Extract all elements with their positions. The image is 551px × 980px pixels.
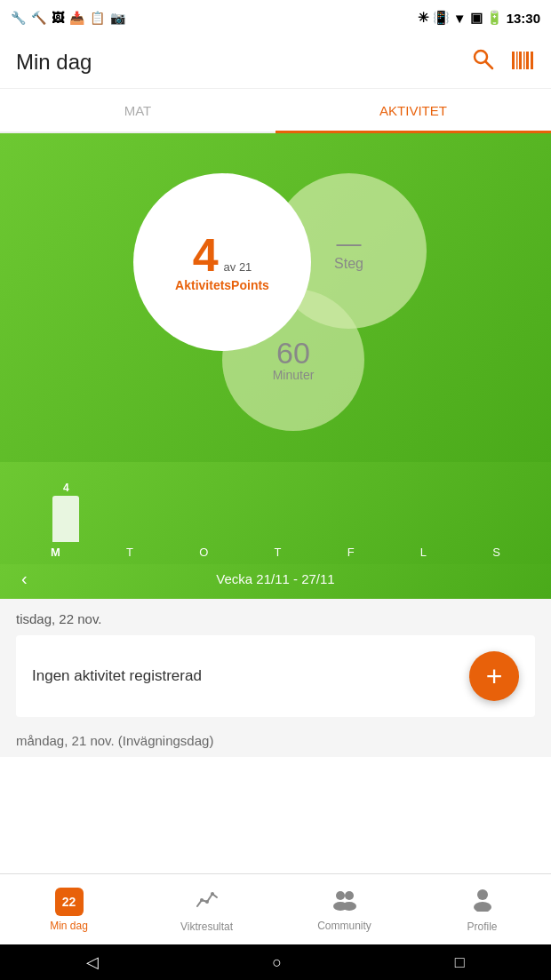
week-nav: ‹ Vecka 21/11 - 27/11 (0, 564, 551, 599)
vibrate-icon: 📳 (433, 10, 450, 26)
aktivitetspoints-av: av 21 (224, 260, 252, 274)
wrench-icon: 🔧 (11, 11, 26, 25)
tab-aktivitet[interactable]: AKTIVITET (276, 89, 551, 131)
bottom-nav: 22 Min dag Viktresultat Community (0, 873, 551, 944)
aktivitetspoints-label: AktivitetsPoints (175, 278, 269, 292)
status-bar: 🔧 🔨 🖼 📥 📋 📷 ✳ 📳 ▼ ▣ 🔋 13:30 (0, 0, 551, 36)
bar-day-f: F (347, 546, 355, 559)
svg-point-8 (200, 898, 204, 902)
add-activity-button[interactable]: + (469, 651, 519, 701)
tab-mat[interactable]: MAT (0, 89, 276, 131)
svg-point-12 (345, 891, 354, 900)
svg-rect-4 (519, 52, 522, 69)
header: Min dag (0, 36, 551, 89)
clock: 13:30 (507, 11, 540, 26)
steg-label: Steg (334, 256, 363, 272)
wifi-icon: ▼ (453, 11, 467, 26)
bar-value-0: 4 (63, 482, 69, 494)
barcode-icon[interactable] (510, 48, 535, 76)
nav-item-viktresultat[interactable]: Viktresultat (138, 881, 276, 938)
search-icon[interactable] (471, 47, 494, 76)
circles-container: 4 av 21 AktivitetsPoints — Steg 60 Minut… (116, 155, 435, 440)
bar-rect-0 (52, 496, 79, 542)
header-icons (471, 47, 535, 76)
bar-chart: 4 (0, 471, 551, 542)
bar-day-l: L (420, 546, 427, 559)
page-title: Min dag (16, 50, 92, 75)
image-icon: 🖼 (52, 11, 64, 25)
activity-chart-area: 4 av 21 AktivitetsPoints — Steg 60 Minut… (0, 133, 551, 462)
bar-day-t2: T (275, 546, 282, 559)
week-back-arrow[interactable]: ‹ (21, 569, 28, 589)
no-activity-text: Ingen aktivitet registrerad (32, 667, 202, 685)
svg-rect-3 (516, 52, 518, 69)
aktivitetspoints-number: 4 (193, 232, 219, 278)
activity-row: Ingen aktivitet registrerad + (16, 635, 535, 717)
bar-day-m: M (51, 546, 60, 559)
nav-item-profile[interactable]: Profile (413, 881, 551, 938)
svg-point-11 (336, 891, 345, 900)
bar-day-t1: T (126, 546, 133, 559)
date-label: tisdag, 22 nov. (16, 611, 535, 626)
svg-rect-6 (526, 52, 529, 69)
bar-col-M-0: 4 (52, 482, 79, 542)
bluetooth-icon: ✳ (418, 10, 429, 26)
aktivitetspoints-circle: 4 av 21 AktivitetsPoints (133, 173, 311, 351)
svg-point-10 (211, 892, 214, 896)
system-bar: ◁ ○ □ (0, 944, 551, 980)
nav-item-min-dag[interactable]: 22 Min dag (0, 882, 138, 937)
svg-point-16 (474, 902, 491, 912)
status-bar-left: 🔧 🔨 🖼 📥 📋 📷 (11, 11, 125, 25)
steg-value: — (337, 231, 362, 256)
home-button[interactable]: ○ (272, 953, 282, 972)
chart-icon (195, 887, 220, 917)
plus-icon: + (486, 660, 503, 693)
tabs: MAT AKTIVITET (0, 89, 551, 133)
week-nav-text: Vecka 21/11 - 27/11 (216, 571, 334, 586)
minuter-label: Minuter (273, 368, 315, 382)
bar-chart-area: 4 M T O T F L S (0, 462, 551, 564)
monday-label: måndag, 21 nov. (Invägningsdag) (16, 728, 535, 750)
recents-button[interactable]: □ (455, 953, 465, 972)
bar-day-o: O (199, 546, 208, 559)
calendar-icon: 22 (55, 888, 84, 916)
svg-point-14 (342, 902, 356, 911)
camera-icon: 📷 (110, 11, 125, 25)
nav-label-viktresultat: Viktresultat (180, 920, 233, 933)
battery-icon: 🔋 (486, 10, 503, 26)
svg-rect-5 (523, 52, 525, 69)
clipboard-icon: 📋 (90, 11, 105, 25)
svg-point-15 (477, 889, 488, 900)
nav-label-community: Community (317, 920, 371, 932)
nav-item-community[interactable]: Community (276, 882, 413, 937)
nav-label-min-dag: Min dag (50, 920, 88, 932)
nav-label-profile: Profile (467, 920, 497, 933)
people-icon (331, 888, 358, 916)
status-bar-right: ✳ 📳 ▼ ▣ 🔋 13:30 (418, 10, 540, 26)
svg-rect-2 (512, 52, 515, 69)
svg-point-9 (205, 900, 209, 904)
svg-line-1 (486, 62, 493, 69)
download-icon: 📥 (69, 11, 84, 25)
signal-icon: ▣ (470, 10, 483, 26)
content-area: tisdag, 22 nov. Ingen aktivitet registre… (0, 599, 551, 757)
bar-day-s: S (492, 546, 500, 559)
person-icon (471, 887, 494, 917)
back-button[interactable]: ◁ (86, 952, 99, 972)
minuter-value: 60 (276, 338, 310, 368)
tools-icon: 🔨 (31, 11, 46, 25)
svg-rect-7 (531, 52, 533, 69)
